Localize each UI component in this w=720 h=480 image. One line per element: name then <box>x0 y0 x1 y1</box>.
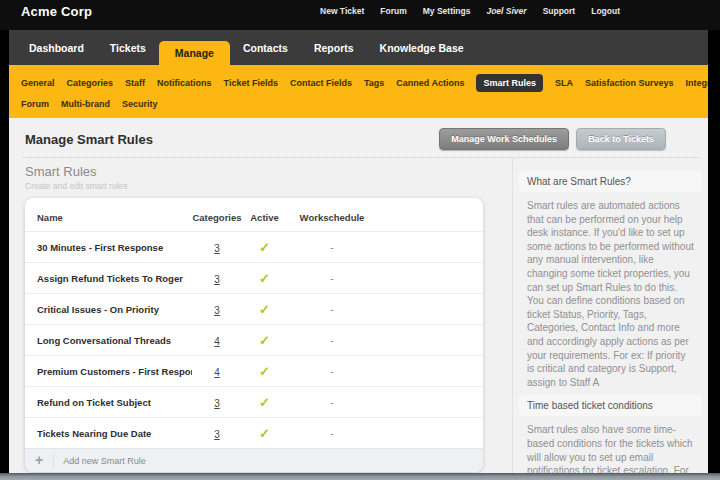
active-check-icon: ✓ <box>242 364 287 379</box>
logout-link[interactable]: Logout <box>591 6 620 16</box>
tab-knowledge-base[interactable]: Knowledge Base <box>367 30 477 65</box>
subnav-row-1: General Categories Staff Notifications T… <box>21 74 698 92</box>
manage-subnav: General Categories Staff Notifications T… <box>9 65 708 118</box>
rule-name[interactable]: Assign Refund Tickets To Roger <box>37 273 192 284</box>
footer-separator <box>53 454 54 468</box>
subnav-row-2: Forum Multi-brand Security <box>21 99 698 109</box>
categories-count-link[interactable]: 3 <box>214 398 220 409</box>
subnav-categories[interactable]: Categories <box>67 78 114 88</box>
plus-icon: + <box>35 453 43 467</box>
bottom-strip <box>0 473 720 480</box>
section-heading: Smart Rules <box>25 164 512 179</box>
workschedule-value: - <box>287 304 377 315</box>
back-to-tickets-button[interactable]: Back to Tickets <box>576 128 666 150</box>
rule-name[interactable]: Premium Customers - First Response Ti <box>37 366 192 377</box>
subnav-integrations[interactable]: Integrations <box>686 78 708 88</box>
column-header-categories: Categories <box>192 212 242 223</box>
workschedule-value: - <box>287 335 377 346</box>
table-row[interactable]: Assign Refund Tickets To Roger 3 ✓ - <box>25 262 483 293</box>
subnav-tags[interactable]: Tags <box>364 78 384 88</box>
help-body-time-based: Smart rules also have some time-based co… <box>519 416 702 473</box>
active-check-icon: ✓ <box>242 271 287 286</box>
categories-count-link[interactable]: 4 <box>214 367 220 378</box>
subnav-notifications[interactable]: Notifications <box>157 78 212 88</box>
brand-name: Acme Corp <box>21 4 92 19</box>
active-check-icon: ✓ <box>242 395 287 410</box>
categories-count-link[interactable]: 3 <box>214 305 220 316</box>
manage-work-schedules-button[interactable]: Manage Work Schedules <box>439 128 569 150</box>
header-buttons: Manage Work Schedules Back to Tickets <box>439 128 666 150</box>
smart-rules-table-card: Name Categories Active Workschedule 30 M… <box>25 198 483 472</box>
categories-count-link[interactable]: 3 <box>214 429 220 440</box>
current-user-link[interactable]: Joel Siver <box>486 6 526 16</box>
table-row[interactable]: 30 Minutes - First Response 3 ✓ - <box>25 231 483 262</box>
subnav-sla[interactable]: SLA <box>555 78 573 88</box>
topbar-links: New Ticket Forum My Settings Joel Siver … <box>320 6 620 16</box>
workschedule-value: - <box>287 366 377 377</box>
table-row[interactable]: Premium Customers - First Response Ti 4 … <box>25 355 483 386</box>
table-row[interactable]: Tickets Nearing Due Date 3 ✓ - <box>25 417 483 448</box>
new-ticket-link[interactable]: New Ticket <box>320 6 364 16</box>
rule-name[interactable]: Tickets Nearing Due Date <box>37 428 192 439</box>
workschedule-value: - <box>287 428 377 439</box>
section-subheading: Create and edit smart rules <box>25 181 512 191</box>
page-header: Manage Smart Rules Manage Work Schedules… <box>9 118 708 150</box>
my-settings-link[interactable]: My Settings <box>423 6 471 16</box>
workschedule-value: - <box>287 242 377 253</box>
active-check-icon: ✓ <box>242 240 287 255</box>
tab-tickets[interactable]: Tickets <box>97 30 159 65</box>
categories-count-link[interactable]: 3 <box>214 274 220 285</box>
main-nav: Dashboard Tickets Manage Contacts Report… <box>9 30 708 65</box>
tab-dashboard[interactable]: Dashboard <box>16 30 97 65</box>
table-row[interactable]: Refund on Ticket Subject 3 ✓ - <box>25 386 483 417</box>
categories-count-link[interactable]: 4 <box>214 336 220 347</box>
subnav-contact-fields[interactable]: Contact Fields <box>290 78 352 88</box>
workschedule-value: - <box>287 273 377 284</box>
active-check-icon: ✓ <box>242 302 287 317</box>
help-sidebar: What are Smart Rules? Smart rules are au… <box>512 158 708 473</box>
subnav-general[interactable]: General <box>21 78 55 88</box>
add-smart-rule-button[interactable]: + Add new Smart Rule <box>25 448 483 472</box>
help-heading-time-based-conditions: Time based ticket conditions <box>519 395 702 416</box>
tab-contacts[interactable]: Contacts <box>230 30 301 65</box>
subnav-security[interactable]: Security <box>122 99 158 109</box>
table-header-row: Name Categories Active Workschedule <box>25 198 483 231</box>
subnav-staff[interactable]: Staff <box>125 78 145 88</box>
rule-name[interactable]: Critical Issues - On Priority <box>37 304 192 315</box>
subnav-forum[interactable]: Forum <box>21 99 49 109</box>
help-body-smart-rules: Smart rules are automated actions that c… <box>519 192 702 395</box>
rule-name[interactable]: 30 Minutes - First Response <box>37 242 192 253</box>
app-body: Dashboard Tickets Manage Contacts Report… <box>9 30 708 473</box>
subnav-canned-actions[interactable]: Canned Actions <box>396 78 464 88</box>
subnav-ticket-fields[interactable]: Ticket Fields <box>224 78 278 88</box>
column-header-name: Name <box>37 212 192 223</box>
workschedule-value: - <box>287 397 377 408</box>
subnav-smart-rules[interactable]: Smart Rules <box>476 74 543 92</box>
subnav-satisfaction-surveys[interactable]: Satisfaction Surveys <box>585 78 674 88</box>
tab-reports[interactable]: Reports <box>301 30 367 65</box>
rule-name[interactable]: Refund on Ticket Subject <box>37 397 192 408</box>
smart-rules-panel: Smart Rules Create and edit smart rules … <box>9 158 512 473</box>
table-row[interactable]: Long Conversational Threads 4 ✓ - <box>25 324 483 355</box>
support-link[interactable]: Support <box>543 6 576 16</box>
column-header-workschedule: Workschedule <box>287 212 377 223</box>
content-columns: Smart Rules Create and edit smart rules … <box>9 158 708 473</box>
column-header-active: Active <box>242 212 287 223</box>
tab-manage[interactable]: Manage <box>159 41 230 65</box>
rule-name[interactable]: Long Conversational Threads <box>37 335 192 346</box>
add-smart-rule-label: Add new Smart Rule <box>63 456 146 466</box>
app-frame: Acme Corp New Ticket Forum My Settings J… <box>0 0 720 480</box>
active-check-icon: ✓ <box>242 333 287 348</box>
page-title: Manage Smart Rules <box>25 132 153 147</box>
table-row[interactable]: Critical Issues - On Priority 3 ✓ - <box>25 293 483 324</box>
subnav-multi-brand[interactable]: Multi-brand <box>61 99 110 109</box>
categories-count-link[interactable]: 3 <box>214 243 220 254</box>
topbar: Acme Corp New Ticket Forum My Settings J… <box>0 0 720 30</box>
help-heading-what-are-smart-rules: What are Smart Rules? <box>519 171 702 192</box>
forum-link[interactable]: Forum <box>380 6 406 16</box>
active-check-icon: ✓ <box>242 426 287 441</box>
